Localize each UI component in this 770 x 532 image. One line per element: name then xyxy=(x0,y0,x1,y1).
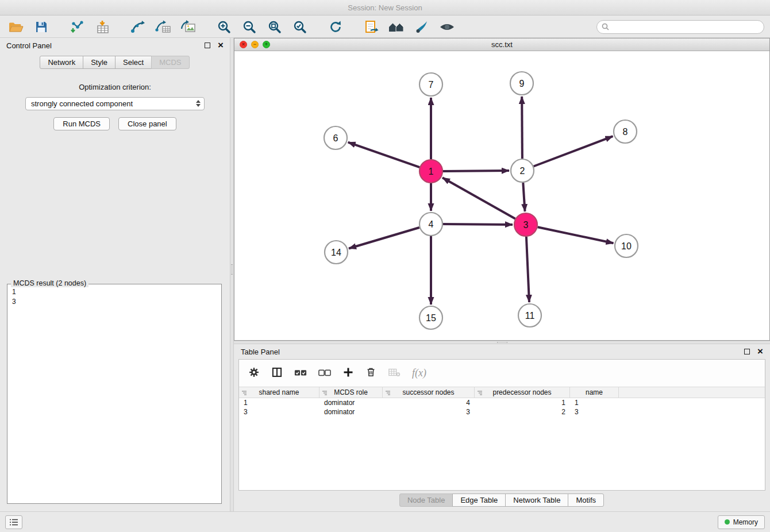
edge-4-3[interactable] xyxy=(443,224,513,225)
minimize-window-icon[interactable]: − xyxy=(251,41,259,48)
table-row[interactable]: 1 dominator 4 1 1 xyxy=(239,398,765,407)
style-brush-icon[interactable] xyxy=(411,18,432,36)
edge-2-8[interactable] xyxy=(534,136,613,166)
mcds-result-title: MCDS result (2 nodes) xyxy=(11,279,88,287)
delete-table-icon xyxy=(388,367,401,380)
column-header-successor-nodes[interactable]: successor nodes xyxy=(383,387,475,398)
vertical-splitter[interactable] xyxy=(230,38,234,511)
zoom-fit-icon[interactable] xyxy=(264,18,285,36)
node-3[interactable]: 3 xyxy=(514,213,537,236)
table-row[interactable]: 3 dominator 3 2 3 xyxy=(239,407,765,417)
tab-node-table[interactable]: Node Table xyxy=(399,494,453,507)
zoom-out-icon[interactable] xyxy=(239,18,260,36)
memory-button[interactable]: Memory xyxy=(718,515,765,529)
control-panel-title: Control Panel xyxy=(6,41,52,50)
node-2[interactable]: 2 xyxy=(511,159,534,182)
optimization-criterion-select[interactable]: strongly connected component xyxy=(25,97,205,110)
import-network-icon[interactable] xyxy=(67,18,87,36)
node-7[interactable]: 7 xyxy=(419,73,442,96)
network-window-title: scc.txt xyxy=(234,40,769,49)
cell-shared-name: 1 xyxy=(239,399,319,407)
tab-network-table[interactable]: Network Table xyxy=(505,494,568,507)
node-11[interactable]: 11 xyxy=(518,304,541,327)
delete-row-icon[interactable] xyxy=(365,367,376,380)
open-session-icon[interactable] xyxy=(6,18,26,36)
home-icon[interactable] xyxy=(386,18,407,36)
add-row-icon[interactable] xyxy=(342,367,354,380)
edge-4-14[interactable] xyxy=(349,228,419,249)
task-history-button[interactable] xyxy=(5,515,22,529)
svg-text:4: 4 xyxy=(429,219,434,229)
cell-name: 1 xyxy=(570,399,619,407)
node-8[interactable]: 8 xyxy=(614,120,637,143)
edge-1-6[interactable] xyxy=(348,142,420,168)
import-table-icon[interactable] xyxy=(92,18,113,36)
tab-edge-table[interactable]: Edge Table xyxy=(452,494,506,507)
run-mcds-button[interactable]: Run MCDS xyxy=(53,117,110,130)
copy-view-icon[interactable] xyxy=(361,18,382,36)
tab-mcds[interactable]: MCDS xyxy=(151,56,189,69)
window-titlebar: Session: New Session xyxy=(0,0,770,16)
network-group xyxy=(128,18,199,36)
column-header-name[interactable]: name xyxy=(570,387,619,398)
tab-style[interactable]: Style xyxy=(83,56,116,69)
network-and-table-icon[interactable] xyxy=(153,18,174,36)
svg-text:8: 8 xyxy=(623,127,628,137)
table-panel-title: Table Panel xyxy=(241,348,280,356)
maximize-window-icon[interactable]: + xyxy=(263,41,270,48)
node-15[interactable]: 15 xyxy=(419,306,442,329)
deselect-all-icon[interactable] xyxy=(318,368,331,379)
control-panel: Control Panel × Network Style Select MCD… xyxy=(0,38,230,511)
edge-1-2[interactable] xyxy=(443,171,509,171)
close-panel-button[interactable]: Close panel xyxy=(118,117,176,130)
tab-network[interactable]: Network xyxy=(40,56,83,69)
sort-icon xyxy=(322,390,328,396)
optimization-criterion-label: Optimization criterion: xyxy=(0,83,230,91)
zoom-in-icon[interactable] xyxy=(214,18,234,36)
refresh-icon[interactable] xyxy=(325,18,346,36)
network-graph[interactable]: 7968124310141511 xyxy=(234,51,769,340)
tab-motifs[interactable]: Motifs xyxy=(568,494,604,507)
mcds-buttons: Run MCDS Close panel xyxy=(0,117,230,130)
network-canvas[interactable]: 7968124310141511 xyxy=(234,51,769,340)
zoom-selected-icon[interactable] xyxy=(290,18,310,36)
export-image-icon[interactable] xyxy=(178,18,199,36)
edge-3-1[interactable] xyxy=(442,178,515,218)
show-hide-icon[interactable] xyxy=(437,18,457,36)
edge-3-11[interactable] xyxy=(526,237,529,302)
float-table-panel-icon[interactable] xyxy=(744,349,750,354)
svg-text:1: 1 xyxy=(429,167,434,176)
result-line: 3 xyxy=(12,297,217,307)
edge-2-3[interactable] xyxy=(523,183,525,211)
node-6[interactable]: 6 xyxy=(324,126,347,149)
node-10[interactable]: 10 xyxy=(615,234,638,257)
edge-3-10[interactable] xyxy=(538,227,614,243)
column-header-mcds-role[interactable]: MCDS role xyxy=(319,387,383,398)
search-input[interactable] xyxy=(612,23,759,31)
tab-select[interactable]: Select xyxy=(115,56,152,69)
node-4[interactable]: 4 xyxy=(419,213,442,236)
node-9[interactable]: 9 xyxy=(510,72,533,95)
network-window: × − + scc.txt 7968124310141511 xyxy=(234,38,770,341)
close-window-icon[interactable]: × xyxy=(240,41,247,48)
select-all-icon[interactable] xyxy=(294,368,307,379)
close-table-panel-icon[interactable]: × xyxy=(757,348,763,356)
table-panel-header: Table Panel × xyxy=(234,344,770,359)
table-settings-gear-icon[interactable] xyxy=(248,367,260,380)
svg-text:9: 9 xyxy=(519,79,525,88)
float-panel-icon[interactable] xyxy=(205,43,210,48)
column-header-predecessor-nodes[interactable]: predecessor nodes xyxy=(475,387,570,398)
close-panel-icon[interactable]: × xyxy=(218,41,224,49)
node-1[interactable]: 1 xyxy=(419,160,442,183)
column-header-shared-name[interactable]: shared name xyxy=(239,387,319,398)
save-session-icon[interactable] xyxy=(31,18,52,36)
show-columns-icon[interactable] xyxy=(271,367,283,380)
svg-text:6: 6 xyxy=(333,133,338,143)
mcds-result-content[interactable]: 1 3 xyxy=(7,284,221,310)
node-14[interactable]: 14 xyxy=(325,241,348,264)
network-window-titlebar[interactable]: × − + scc.txt xyxy=(234,38,769,51)
new-network-icon[interactable] xyxy=(128,18,148,36)
svg-text:14: 14 xyxy=(331,248,341,257)
table-panel: Table Panel × xyxy=(234,344,770,511)
edge-2-9[interactable] xyxy=(522,97,522,159)
